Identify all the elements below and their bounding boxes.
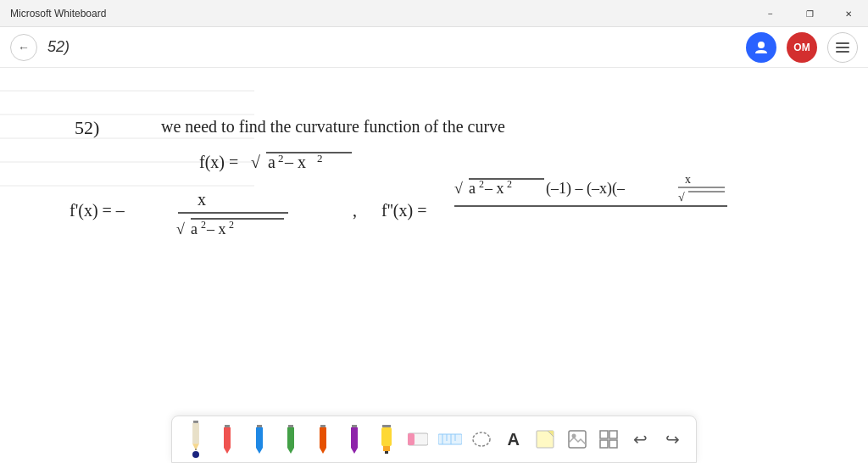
menu-line-3	[836, 51, 849, 53]
line1-text: we need to find the curvature function o…	[161, 117, 505, 136]
sqrt-content: a	[268, 153, 275, 171]
svg-marker-18	[320, 448, 326, 454]
small-frac-num: x	[685, 173, 691, 186]
svg-rect-40	[609, 431, 617, 438]
num-sqrt-a: a	[469, 180, 476, 197]
blue-pen-tool[interactable]	[246, 421, 273, 458]
svg-rect-39	[600, 431, 608, 438]
svg-rect-7	[225, 425, 230, 427]
green-pen-tool[interactable]	[278, 421, 305, 458]
sup-x2-b: 2	[229, 219, 234, 231]
svg-marker-12	[256, 448, 263, 454]
highlighter-tool[interactable]	[373, 421, 400, 458]
bottom-toolbar: A ↩ ↪	[171, 416, 697, 463]
svg-rect-19	[352, 425, 357, 427]
svg-rect-14	[287, 427, 294, 448]
fprime-num: x	[198, 190, 206, 209]
app-title: Microsoft Whiteboard	[10, 8, 106, 20]
sticky-note-tool[interactable]	[532, 421, 559, 458]
superscript-x2: 2	[317, 152, 323, 165]
problem-number: 52)	[47, 38, 70, 56]
back-icon: ←	[18, 41, 30, 54]
svg-rect-28	[438, 434, 462, 444]
svg-rect-22	[382, 425, 391, 427]
comma: ,	[353, 201, 357, 220]
eraser-tool[interactable]	[405, 421, 432, 458]
undo-button[interactable]: ↩	[627, 421, 654, 458]
svg-marker-15	[287, 448, 294, 454]
close-button[interactable]: ✕	[829, 0, 868, 27]
menu-button[interactable]	[827, 32, 858, 63]
fx-label: f(x) =	[199, 153, 238, 172]
purple-pen-tool[interactable]	[342, 421, 369, 458]
user2-initials: OM	[793, 42, 810, 53]
orange-pen-tool[interactable]	[309, 421, 337, 458]
svg-rect-17	[320, 427, 326, 448]
sup-a2-b: 2	[201, 219, 206, 231]
num-sup-x2: 2	[507, 178, 512, 190]
superscript-a2: 2	[278, 152, 284, 165]
svg-rect-4	[192, 423, 199, 443]
svg-rect-42	[609, 440, 617, 448]
svg-rect-27	[408, 433, 415, 445]
svg-point-33	[473, 432, 490, 446]
menu-line-1	[836, 42, 849, 44]
user1-icon	[753, 39, 770, 56]
num-sqrt-sym: √	[454, 180, 463, 197]
shapes-tool[interactable]	[596, 421, 623, 458]
back-button[interactable]: ←	[10, 34, 37, 61]
undo-icon: ↩	[633, 429, 648, 449]
svg-rect-24	[383, 446, 390, 451]
menu-line-2	[836, 47, 849, 48]
svg-rect-8	[224, 427, 231, 448]
svg-rect-25	[385, 451, 388, 454]
svg-rect-23	[381, 427, 392, 446]
image-tool[interactable]	[564, 421, 591, 458]
svg-rect-16	[320, 425, 326, 427]
text-tool[interactable]: A	[500, 421, 527, 458]
math-content: 52) we need to find the curvature functi…	[0, 68, 868, 436]
svg-rect-41	[600, 440, 608, 448]
lasso-tool[interactable]	[469, 421, 496, 458]
user2-avatar: OM	[787, 32, 817, 63]
fprime-label: f'(x) = –	[70, 201, 125, 220]
problem-num-text: 52)	[75, 117, 99, 138]
fdprime-label: f''(x) =	[381, 201, 426, 220]
small-frac-denom-sqrt: √	[678, 191, 685, 204]
red-pen-tool[interactable]	[214, 421, 242, 458]
minus-sign-1: – x	[284, 153, 306, 171]
topbar: ← 52) OM	[0, 27, 868, 68]
fprime-denom-sqrt: √	[176, 220, 185, 237]
text-tool-icon: A	[508, 430, 520, 449]
svg-rect-20	[351, 427, 358, 448]
restore-button[interactable]: ❐	[790, 0, 829, 27]
fprime-denom-minus: – x	[206, 220, 226, 237]
svg-rect-13	[288, 425, 293, 427]
whiteboard-canvas[interactable]: 52) we need to find the curvature functi…	[0, 68, 868, 436]
fprime-denom-content: a	[191, 220, 198, 237]
svg-marker-9	[224, 448, 231, 454]
num-sqrt-minusx: – x	[484, 180, 504, 197]
window-controls: − ❐ ✕	[751, 0, 868, 27]
titlebar: Microsoft Whiteboard − ❐ ✕	[0, 0, 868, 27]
num-rest: (–1) – (–x)(–	[546, 180, 626, 198]
svg-point-0	[758, 42, 765, 48]
svg-rect-11	[256, 427, 263, 448]
num-sup-a2: 2	[479, 178, 484, 190]
minimize-button[interactable]: −	[751, 0, 790, 27]
redo-button[interactable]: ↪	[659, 421, 687, 458]
pencil-tool[interactable]	[182, 421, 209, 458]
svg-rect-10	[257, 425, 262, 427]
svg-rect-3	[193, 421, 198, 423]
svg-marker-21	[351, 448, 358, 454]
user1-avatar	[746, 32, 776, 63]
ruler-tool[interactable]	[437, 421, 464, 458]
sqrt-symbol: √	[251, 153, 260, 171]
redo-icon: ↪	[665, 429, 680, 449]
